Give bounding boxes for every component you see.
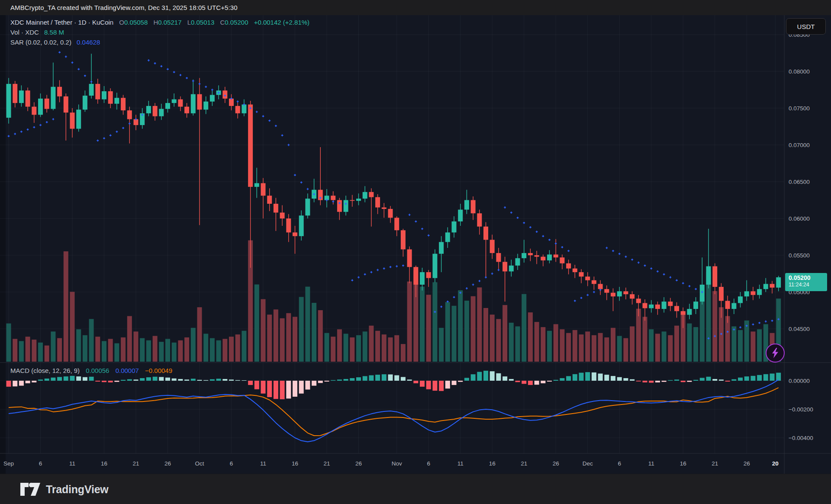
- svg-text:16: 16: [292, 460, 298, 467]
- header-bar: AMBCrypto_TA created with TradingView.co…: [0, 0, 831, 15]
- sar-value: 0.04628: [77, 39, 100, 46]
- sar-row[interactable]: SAR (0.02, 0.02, 0.2) 0.04628: [10, 38, 309, 46]
- svg-text:6: 6: [230, 460, 233, 467]
- svg-text:Nov: Nov: [392, 460, 402, 467]
- svg-text:20: 20: [772, 460, 779, 467]
- sar-label: SAR (0.02, 0.02, 0.2): [10, 39, 71, 46]
- ohlc-close: C0.05200: [216, 19, 248, 26]
- volume-row[interactable]: Vol · XDC 8.58 M: [10, 28, 309, 36]
- boost-button[interactable]: [766, 343, 785, 363]
- svg-text:16: 16: [680, 460, 686, 467]
- svg-text:16: 16: [101, 460, 107, 467]
- symbol-row[interactable]: XDC Mainnet / Tether · 1D · KuCoin O0.05…: [10, 18, 309, 26]
- svg-text:Sep: Sep: [3, 460, 14, 467]
- tradingview-mark-icon: [20, 482, 41, 497]
- svg-text:Oct: Oct: [195, 460, 204, 467]
- svg-text:26: 26: [355, 460, 362, 467]
- last-price: 0.05200: [789, 274, 827, 282]
- macd-label: MACD (close, 12, 26, 9): [10, 367, 80, 374]
- volume-value: 8.58 M: [44, 29, 64, 36]
- ohlc-low: L0.05013: [184, 19, 215, 26]
- svg-text:6: 6: [39, 460, 42, 467]
- tradingview-logo[interactable]: TradingView: [20, 482, 109, 497]
- svg-text:11: 11: [260, 460, 266, 467]
- macd-hist-value: 0.00056: [86, 367, 109, 374]
- macd-signal-value: −0.00049: [145, 367, 172, 374]
- svg-text:0.06500: 0.06500: [789, 179, 810, 185]
- footer-bar: TradingView: [0, 474, 831, 504]
- svg-text:0.04500: 0.04500: [789, 326, 810, 332]
- last-price-badge: 0.05200 11:24:24: [785, 273, 827, 291]
- chart-canvas[interactable]: 0.085000.080000.075000.070000.065000.060…: [0, 0, 831, 504]
- svg-text:0.07000: 0.07000: [789, 142, 810, 148]
- svg-text:0.06000: 0.06000: [789, 215, 810, 222]
- ohlc-open: O0.05058: [115, 19, 148, 26]
- svg-text:0.07500: 0.07500: [789, 105, 810, 112]
- svg-text:6: 6: [427, 460, 430, 467]
- svg-text:21: 21: [712, 460, 718, 467]
- svg-text:0.00000: 0.00000: [789, 378, 810, 384]
- svg-text:Dec: Dec: [583, 460, 593, 467]
- page-title: AMBCrypto_TA created with TradingView.co…: [10, 4, 238, 11]
- symbol-title: XDC Mainnet / Tether · 1D · KuCoin: [10, 19, 113, 26]
- svg-text:21: 21: [521, 460, 527, 467]
- change-value: +0.00142 (+2.81%): [254, 19, 309, 26]
- svg-text:16: 16: [489, 460, 496, 467]
- svg-text:26: 26: [164, 460, 171, 467]
- svg-text:0.08000: 0.08000: [789, 68, 810, 75]
- svg-text:11: 11: [648, 460, 654, 467]
- macd-line-value: 0.00007: [116, 367, 139, 374]
- tradingview-chart-page: 0.085000.080000.075000.070000.065000.060…: [0, 0, 831, 504]
- macd-legend[interactable]: MACD (close, 12, 26, 9) 0.00056 0.00007 …: [10, 367, 172, 374]
- svg-text:21: 21: [132, 460, 139, 467]
- volume-label: Vol · XDC: [10, 29, 39, 36]
- svg-text:11: 11: [457, 460, 464, 467]
- tradingview-wordmark: TradingView: [46, 483, 109, 496]
- svg-text:21: 21: [323, 460, 330, 467]
- currency-toggle-button[interactable]: USDT: [786, 18, 826, 35]
- lightning-icon: [770, 347, 780, 359]
- svg-text:6: 6: [618, 460, 621, 467]
- symbol-legend: XDC Mainnet / Tether · 1D · KuCoin O0.05…: [10, 18, 309, 48]
- currency-toggle-label: USDT: [797, 23, 815, 30]
- svg-text:0.05500: 0.05500: [789, 252, 810, 259]
- svg-text:26: 26: [553, 460, 559, 467]
- svg-text:11: 11: [69, 460, 75, 467]
- svg-text:−0.00400: −0.00400: [789, 435, 813, 441]
- svg-text:26: 26: [744, 460, 750, 467]
- bar-countdown: 11:24:24: [789, 282, 827, 288]
- svg-text:−0.00200: −0.00200: [789, 406, 813, 413]
- ohlc-high: H0.05217: [149, 19, 181, 26]
